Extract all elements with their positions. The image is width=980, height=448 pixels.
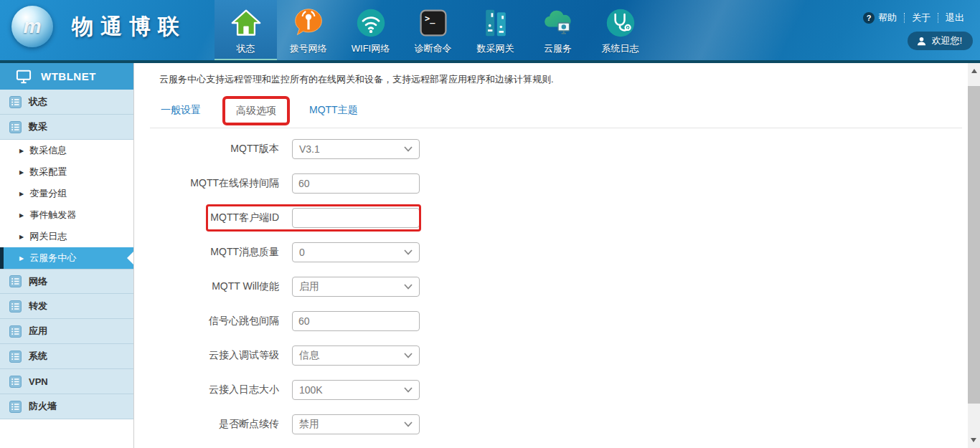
form-row-heartbeat-interval: 信号心跳包间隔 [134, 311, 968, 331]
sidebar-item-daq-info[interactable]: ▶ 数采信息 [0, 140, 133, 161]
list-icon [9, 300, 22, 313]
help-label: 帮助 [878, 11, 897, 24]
cloud-log-size-select[interactable]: 100K [292, 380, 420, 400]
sidebar-item-label: 网络 [29, 275, 47, 288]
scrollbar-thumb[interactable] [968, 86, 980, 404]
sidebar-item-daq-config[interactable]: ▶ 数采配置 [0, 161, 133, 183]
nav-item-label: 数采网关 [477, 42, 514, 55]
list-icon [9, 351, 22, 363]
form-row-resume-transfer: 是否断点续传 禁用 [134, 414, 968, 434]
nav-item-daq-gateway[interactable]: 数采网关 [464, 0, 527, 63]
form-row-mqtt-client-id: MQTT客户端ID [134, 208, 968, 228]
chevron-down-icon [404, 421, 413, 427]
mqtt-version-select[interactable]: V3.1 [292, 139, 420, 159]
nav-item-label: 系统日志 [602, 42, 639, 55]
sidebar-item-gateway-log[interactable]: ▶ 网关日志 [0, 226, 133, 247]
selected-value: 禁用 [299, 418, 319, 431]
svg-text:>_: >_ [425, 14, 435, 24]
help-link[interactable]: ? 帮助 [863, 11, 897, 24]
sidebar-item-status[interactable]: 状态 [0, 90, 133, 115]
sidebar-item-forward[interactable]: 转发 [0, 294, 133, 319]
sidebar-header: WTBLNET [0, 63, 133, 90]
nav-item-label: 云服务 [544, 42, 572, 55]
sidebar-item-label: 云服务中心 [29, 252, 76, 264]
sidebar-item-vpn[interactable]: VPN [0, 369, 133, 394]
sidebar-item-variable-group[interactable]: ▶ 变量分组 [0, 183, 133, 204]
nav-item-diagnostic-command[interactable]: >_ 诊断命令 [402, 0, 464, 63]
field-label: MQTT版本 [134, 143, 292, 156]
page-description: 云服务中心支持远程管理和监控所有的在线网关和设备，支持远程部署应用程序和边缘计算… [159, 73, 968, 86]
tab-mqtt-topic[interactable]: MQTT主题 [309, 104, 358, 117]
sidebar-item-label: 网关日志 [29, 230, 67, 243]
caret-right-icon: ▶ [19, 191, 24, 197]
tab-general-settings[interactable]: 一般设置 [161, 104, 201, 117]
sidebar-item-cloud-service-center[interactable]: ▶ 云服务中心 [0, 247, 133, 269]
tab-divider [150, 128, 962, 128]
top-nav: 状态 拨号网络 WIFI网络 >_ 诊断命令 数采网关 [215, 0, 651, 63]
nav-item-system-log[interactable]: 系统日志 [589, 0, 651, 63]
selected-value: 启用 [299, 280, 319, 293]
dial-network-icon [292, 6, 325, 39]
field-label: 云接入日志大小 [134, 383, 292, 396]
nav-item-label: 拨号网络 [290, 42, 327, 55]
top-header: m 物通博联 状态 拨号网络 WIFI网络 >_ 诊断命令 [0, 0, 980, 63]
nav-item-cloud-service[interactable]: 云服务 [527, 0, 589, 63]
logout-link[interactable]: 退出 [946, 11, 964, 24]
header-links: ? 帮助 关于 退出 [863, 11, 964, 24]
field-label: MQTT客户端ID [134, 211, 292, 224]
sidebar-item-application[interactable]: 应用 [0, 319, 133, 344]
sidebar-item-firewall[interactable]: 防火墙 [0, 394, 133, 419]
gateway-icon [479, 6, 512, 39]
nav-item-label: 诊断命令 [415, 42, 452, 55]
chevron-down-icon [404, 249, 413, 255]
resume-transfer-select[interactable]: 禁用 [292, 414, 420, 434]
form-row-mqtt-will-enable: MQTT Will使能 启用 [134, 277, 968, 297]
about-label: 关于 [912, 11, 930, 24]
sidebar-item-label: 数采信息 [29, 144, 67, 157]
sidebar-item-daq[interactable]: 数采 [0, 115, 133, 140]
sidebar-item-network[interactable]: 网络 [0, 269, 133, 294]
mqtt-qos-select[interactable]: 0 [292, 242, 420, 262]
nav-item-wifi-network[interactable]: WIFI网络 [339, 0, 402, 63]
sidebar-item-event-trigger[interactable]: ▶ 事件触发器 [0, 204, 133, 226]
syslog-icon [604, 6, 637, 39]
divider [938, 13, 938, 23]
list-icon [9, 121, 22, 133]
field-label: 信号心跳包间隔 [134, 315, 292, 328]
welcome-button[interactable]: 欢迎您! [908, 32, 973, 50]
mqtt-will-enable-select[interactable]: 启用 [292, 277, 420, 297]
mqtt-keepalive-input[interactable] [292, 173, 420, 194]
sidebar-item-label: 数采 [29, 120, 47, 133]
scroll-up-arrow-icon[interactable] [971, 69, 977, 73]
selected-value: 信息 [299, 349, 319, 362]
help-icon: ? [863, 12, 875, 24]
sidebar-item-label: 事件触发器 [29, 209, 76, 221]
mqtt-client-id-input[interactable] [292, 208, 420, 228]
tab-advanced-options[interactable]: 高级选项 [236, 105, 276, 116]
sidebar-item-label: 转发 [29, 300, 47, 313]
device-name: WTBLNET [41, 70, 96, 82]
cloud-debug-level-select[interactable]: 信息 [292, 345, 420, 366]
sidebar-item-system[interactable]: 系统 [0, 344, 133, 369]
heartbeat-interval-input[interactable] [292, 311, 420, 331]
logout-label: 退出 [946, 11, 964, 24]
terminal-icon: >_ [417, 6, 450, 39]
selected-value: 100K [299, 384, 323, 396]
annotation-red-box-tab: 高级选项 [222, 96, 290, 125]
tab-bar: 一般设置 高级选项 MQTT主题 [161, 95, 968, 126]
about-link[interactable]: 关于 [912, 11, 930, 24]
list-icon [9, 325, 22, 338]
sidebar-item-label: 变量分组 [29, 187, 67, 200]
chevron-down-icon [404, 284, 413, 290]
nav-item-status[interactable]: 状态 [215, 0, 277, 63]
caret-right-icon: ▶ [19, 148, 24, 154]
divider [904, 13, 905, 23]
sidebar-item-label: 应用 [29, 325, 47, 338]
vertical-scrollbar[interactable] [968, 63, 980, 448]
sidebar: WTBLNET 状态 数采 ▶ 数采信息 ▶ 数采配置 ▶ 变量分组 ▶ 事件触… [0, 63, 134, 448]
nav-item-dial-network[interactable]: 拨号网络 [277, 0, 339, 63]
form-row-mqtt-keepalive: MQTT在线保持间隔 [134, 173, 968, 194]
caret-right-icon: ▶ [19, 234, 24, 240]
scroll-down-arrow-icon[interactable] [971, 438, 976, 442]
selected-value: 0 [299, 247, 305, 258]
